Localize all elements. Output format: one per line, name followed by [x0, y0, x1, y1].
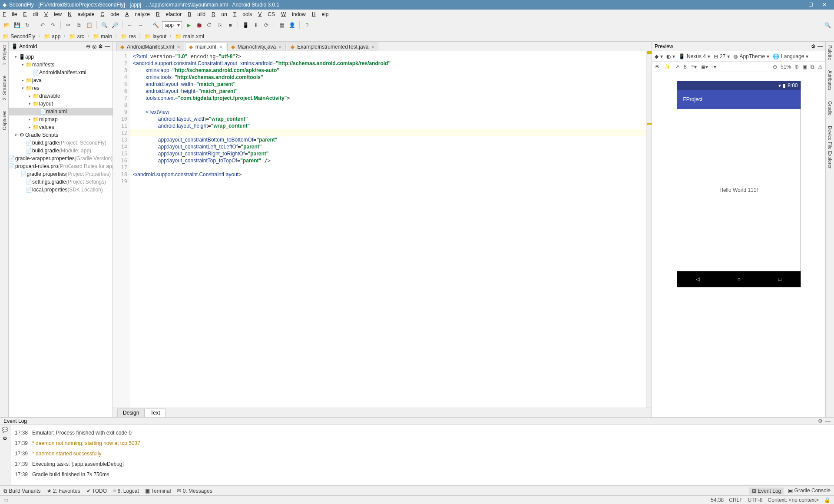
tab-androidmanifestxml[interactable]: ◆AndroidManifest.xml✕	[116, 43, 184, 51]
menu-window[interactable]: Window	[281, 11, 306, 17]
tree-item-settingsgradle[interactable]: 📄settings.gradle (Project Settings)	[9, 178, 113, 186]
paste-icon[interactable]: 📋	[85, 21, 93, 29]
logcat-tab[interactable]: ≡ 6: Logcat	[113, 488, 139, 494]
debug-icon[interactable]: 🐞	[195, 21, 203, 29]
crumb-main.xml[interactable]: 📁 main.xml	[175, 33, 204, 40]
menu-help[interactable]: Help	[312, 11, 329, 17]
todo-tab[interactable]: ✔ TODO	[86, 488, 107, 494]
fit-icon[interactable]: ▣	[802, 64, 807, 70]
help-icon[interactable]: ?	[303, 21, 311, 29]
messages-tab[interactable]: ✉ 0: Messages	[177, 488, 212, 494]
crumb-app[interactable]: 📁 app	[44, 33, 60, 40]
forward-icon[interactable]: →	[136, 21, 144, 29]
zoom-in-icon[interactable]: ⊕	[794, 64, 799, 70]
search-icon[interactable]: 🔍	[824, 21, 831, 29]
gradle-console-tab[interactable]: ▣ Gradle Console	[788, 488, 831, 494]
balloon-icon[interactable]: 💬	[2, 427, 8, 433]
language-combo[interactable]: 🌐 Language	[773, 53, 808, 59]
tree-item-mipmap[interactable]: ▸📁mipmap	[9, 115, 113, 123]
tree-item-proguardrulespro[interactable]: 📄proguard-rules.pro (ProGuard Rules for …	[9, 162, 113, 170]
menu-refactor[interactable]: Refactor	[156, 11, 182, 17]
i-icon[interactable]: I▾	[712, 64, 716, 70]
wand-icon[interactable]: ✨	[664, 64, 671, 70]
project-view-label[interactable]: Android	[19, 43, 84, 49]
menu-edit[interactable]: Edit	[23, 11, 38, 17]
warning-icon[interactable]: ⚠	[818, 64, 823, 70]
orientation-combo[interactable]: ◐	[666, 53, 675, 59]
right-toggle-palette[interactable]: Palette	[827, 45, 833, 60]
tree-item-values[interactable]: ▸📁values	[9, 123, 113, 131]
tree-item-androidmanifestxml[interactable]: 📄AndroidManifest.xml	[9, 69, 113, 76]
tree-item-res[interactable]: ▾📁res	[9, 84, 113, 92]
menu-tools[interactable]: Tools	[233, 11, 252, 17]
tree-item-manifests[interactable]: ▾📁manifests	[9, 61, 113, 69]
project-tree[interactable]: ▾📱app▾📁manifests📄AndroidManifest.xml▸📁ja…	[9, 51, 113, 417]
tab-exampleinstrumentedtestjava[interactable]: ◆ExampleInstrumentedTest.java✕	[287, 43, 378, 51]
collapse-icon[interactable]: ⊖	[86, 43, 90, 49]
attach-icon[interactable]: ⎘	[216, 21, 224, 29]
build-variants-tab[interactable]: ⧉ Build Variants	[3, 488, 41, 494]
menu-view[interactable]: View	[44, 11, 62, 17]
tree-item-gradleproperties[interactable]: 📄gradle.properties (Project Properties)	[9, 170, 113, 178]
design-surface-combo[interactable]: ◆	[655, 53, 663, 59]
run-icon[interactable]: ▶	[185, 21, 192, 29]
left-toggle-structure[interactable]: 2: Structure	[2, 76, 7, 100]
hide-icon[interactable]: —	[105, 43, 110, 49]
undo-icon[interactable]: ↶	[39, 21, 46, 29]
line-ending[interactable]: CRLF	[729, 497, 742, 503]
tree-item-localproperties[interactable]: 📄local.properties (SDK Location)	[9, 186, 113, 194]
menu-run[interactable]: Run	[212, 11, 227, 17]
zoom-out-icon[interactable]: ⊖	[773, 64, 777, 70]
tree-item-app[interactable]: ▾📱app	[9, 53, 113, 61]
align2-icon[interactable]: ≣▾	[701, 64, 708, 70]
save-icon[interactable]: 💾	[13, 21, 21, 29]
event-log-tab[interactable]: ⊞ Event Log	[749, 488, 784, 494]
tree-item-java[interactable]: ▸📁java	[9, 76, 113, 84]
align-icon[interactable]: ≡▾	[691, 64, 697, 70]
favorites-tab[interactable]: ★ 2: Favorites	[47, 488, 80, 494]
close-button[interactable]: ✕	[817, 2, 831, 8]
device-combo[interactable]: 📱 Nexus 4	[678, 53, 710, 59]
tree-item-drawable[interactable]: ▸📁drawable	[9, 92, 113, 100]
menu-build[interactable]: Build	[188, 11, 205, 17]
crumb-src[interactable]: 📁 src	[69, 33, 84, 40]
profile2-icon[interactable]: 👤	[288, 21, 296, 29]
hammer-icon[interactable]: 🔨	[152, 21, 159, 29]
tree-item-gradlewrapperproperties[interactable]: 📄gradle-wrapper.properties (Gradle Versi…	[9, 155, 113, 162]
crumb-main[interactable]: 📁 main	[93, 33, 112, 40]
sync2-icon[interactable]: ⟳	[262, 21, 270, 29]
editor-code[interactable]: <?xml version="1.0" encoding="utf-8"?> <…	[130, 51, 646, 408]
avd-icon[interactable]: 📱	[242, 21, 249, 29]
gear-icon[interactable]: ⚙	[818, 418, 823, 424]
back-icon[interactable]: ←	[126, 21, 134, 29]
cut-icon[interactable]: ✂	[64, 21, 72, 29]
find-icon[interactable]: 🔍	[100, 21, 108, 29]
open-icon[interactable]: 📂	[3, 21, 10, 29]
left-toggle-project[interactable]: 1: Project	[2, 45, 7, 65]
editor-mode-design[interactable]: Design	[117, 408, 145, 417]
close-icon[interactable]: ✕	[371, 45, 374, 49]
crumb-res[interactable]: 📁 res	[121, 33, 136, 40]
maximize-button[interactable]: ☐	[804, 2, 817, 8]
tree-item-buildgradle[interactable]: 📄build.gradle (Project: SecondFly)	[9, 139, 113, 147]
copy-icon[interactable]: ⧉	[75, 21, 83, 29]
api-combo[interactable]: ⊟ 27	[714, 53, 730, 59]
tab-mainxml[interactable]: ◆main.xml✕	[185, 43, 226, 51]
layers-icon[interactable]: ⧉	[811, 64, 814, 70]
hide-icon[interactable]: —	[825, 418, 831, 424]
hide-icon[interactable]: —	[817, 43, 823, 49]
layout-icon[interactable]: ▦	[278, 21, 285, 29]
right-toggle-attributes[interactable]: Attributes	[827, 70, 833, 90]
menu-navigate[interactable]: Navigate	[68, 11, 94, 17]
tree-item-mainxml[interactable]: 📄main.xml	[9, 108, 113, 115]
gear-icon[interactable]: ⚙	[811, 43, 816, 49]
lock-icon[interactable]: 🔒	[824, 497, 831, 503]
eye-icon[interactable]: 👁	[655, 64, 660, 70]
right-toggle-devicefileexplorer[interactable]: Device File Explorer	[827, 126, 833, 168]
profile-icon[interactable]: ⏱	[205, 21, 213, 29]
terminal-tab[interactable]: ▣ Terminal	[145, 488, 171, 494]
menu-vcs[interactable]: VCS	[258, 11, 275, 17]
right-toggle-gradle[interactable]: Gradle	[827, 101, 833, 115]
run-config-combo[interactable]: app	[162, 21, 182, 29]
tab-mainactivityjava[interactable]: ◆MainActivity.java✕	[227, 43, 286, 51]
